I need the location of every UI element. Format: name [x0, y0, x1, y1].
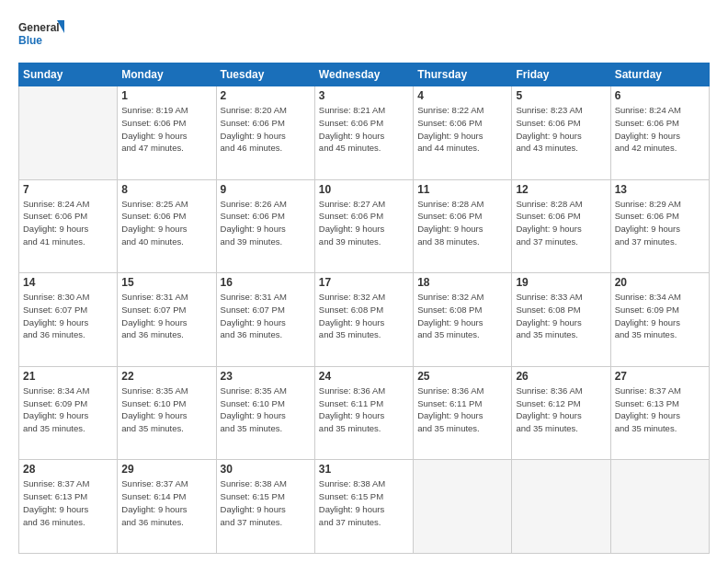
calendar-table: SundayMondayTuesdayWednesdayThursdayFrid… [18, 63, 710, 554]
day-info: Sunrise: 8:28 AMSunset: 6:06 PMDaylight:… [516, 198, 606, 248]
day-number: 16 [221, 276, 311, 289]
calendar-header-row: SundayMondayTuesdayWednesdayThursdayFrid… [19, 63, 710, 86]
header-tuesday: Tuesday [216, 63, 314, 86]
day-info: Sunrise: 8:26 AMSunset: 6:06 PMDaylight:… [221, 198, 311, 248]
calendar-cell: 16Sunrise: 8:31 AMSunset: 6:07 PMDayligh… [216, 273, 314, 367]
calendar-cell: 17Sunrise: 8:32 AMSunset: 6:08 PMDayligh… [314, 273, 413, 367]
day-number: 25 [417, 370, 507, 383]
day-info: Sunrise: 8:24 AMSunset: 6:06 PMDaylight:… [23, 198, 113, 248]
day-info: Sunrise: 8:38 AMSunset: 6:15 PMDaylight:… [319, 477, 409, 528]
day-info: Sunrise: 8:29 AMSunset: 6:06 PMDaylight:… [615, 198, 705, 248]
day-info: Sunrise: 8:28 AMSunset: 6:06 PMDaylight:… [417, 198, 507, 248]
week-row-2: 7Sunrise: 8:24 AMSunset: 6:06 PMDaylight… [19, 179, 710, 273]
calendar-cell: 10Sunrise: 8:27 AMSunset: 6:06 PMDayligh… [314, 179, 413, 273]
calendar-cell: 15Sunrise: 8:31 AMSunset: 6:07 PMDayligh… [118, 273, 216, 367]
calendar-cell: 24Sunrise: 8:36 AMSunset: 6:11 PMDayligh… [314, 366, 413, 460]
calendar-cell: 30Sunrise: 8:38 AMSunset: 6:15 PMDayligh… [216, 460, 314, 554]
day-number: 12 [516, 183, 606, 196]
day-info: Sunrise: 8:38 AMSunset: 6:15 PMDaylight:… [221, 477, 311, 528]
day-info: Sunrise: 8:31 AMSunset: 6:07 PMDaylight:… [221, 291, 311, 341]
week-row-4: 21Sunrise: 8:34 AMSunset: 6:09 PMDayligh… [19, 366, 710, 460]
calendar-cell: 14Sunrise: 8:30 AMSunset: 6:07 PMDayligh… [19, 273, 118, 367]
day-info: Sunrise: 8:37 AMSunset: 6:13 PMDaylight:… [23, 477, 113, 528]
day-number: 17 [319, 276, 409, 289]
day-info: Sunrise: 8:25 AMSunset: 6:06 PMDaylight:… [121, 198, 211, 248]
calendar-cell: 13Sunrise: 8:29 AMSunset: 6:06 PMDayligh… [610, 179, 709, 273]
day-number: 19 [516, 276, 606, 289]
calendar-cell [414, 460, 512, 554]
day-number: 23 [221, 370, 311, 383]
day-info: Sunrise: 8:22 AMSunset: 6:06 PMDaylight:… [417, 104, 507, 155]
header-saturday: Saturday [610, 63, 709, 86]
calendar-cell: 5Sunrise: 8:23 AMSunset: 6:06 PMDaylight… [512, 86, 610, 180]
day-number: 21 [23, 370, 113, 383]
day-info: Sunrise: 8:23 AMSunset: 6:06 PMDaylight:… [516, 104, 606, 155]
day-number: 24 [319, 370, 409, 383]
day-number: 28 [23, 463, 113, 476]
svg-text:Blue: Blue [18, 34, 42, 47]
day-info: Sunrise: 8:35 AMSunset: 6:10 PMDaylight:… [121, 385, 211, 435]
day-number: 15 [121, 276, 211, 289]
logo: General Blue [18, 17, 64, 55]
day-info: Sunrise: 8:36 AMSunset: 6:12 PMDaylight:… [516, 385, 606, 435]
calendar-cell: 11Sunrise: 8:28 AMSunset: 6:06 PMDayligh… [414, 179, 512, 273]
calendar-cell: 27Sunrise: 8:37 AMSunset: 6:13 PMDayligh… [610, 366, 709, 460]
day-info: Sunrise: 8:20 AMSunset: 6:06 PMDaylight:… [221, 104, 311, 155]
day-info: Sunrise: 8:32 AMSunset: 6:08 PMDaylight:… [319, 291, 409, 341]
header-monday: Monday [118, 63, 216, 86]
day-number: 3 [319, 89, 409, 102]
day-info: Sunrise: 8:37 AMSunset: 6:14 PMDaylight:… [121, 477, 211, 528]
day-number: 18 [417, 276, 507, 289]
day-number: 29 [121, 463, 211, 476]
calendar-cell: 8Sunrise: 8:25 AMSunset: 6:06 PMDaylight… [118, 179, 216, 273]
day-number: 8 [121, 183, 211, 196]
page: General Blue SundayMondayTuesdayWednesda… [0, 0, 728, 563]
day-info: Sunrise: 8:24 AMSunset: 6:06 PMDaylight:… [615, 104, 705, 155]
day-info: Sunrise: 8:30 AMSunset: 6:07 PMDaylight:… [23, 291, 113, 341]
day-number: 5 [516, 89, 606, 102]
week-row-3: 14Sunrise: 8:30 AMSunset: 6:07 PMDayligh… [19, 273, 710, 367]
day-info: Sunrise: 8:34 AMSunset: 6:09 PMDaylight:… [615, 291, 705, 341]
calendar-cell: 26Sunrise: 8:36 AMSunset: 6:12 PMDayligh… [512, 366, 610, 460]
day-info: Sunrise: 8:34 AMSunset: 6:09 PMDaylight:… [23, 385, 113, 435]
day-number: 1 [121, 89, 211, 102]
header: General Blue [18, 17, 710, 55]
calendar-cell: 7Sunrise: 8:24 AMSunset: 6:06 PMDaylight… [19, 179, 118, 273]
header-friday: Friday [512, 63, 610, 86]
day-info: Sunrise: 8:19 AMSunset: 6:06 PMDaylight:… [121, 104, 211, 155]
day-number: 27 [615, 370, 705, 383]
day-number: 4 [417, 89, 507, 102]
day-info: Sunrise: 8:33 AMSunset: 6:08 PMDaylight:… [516, 291, 606, 341]
day-number: 9 [221, 183, 311, 196]
calendar-cell: 25Sunrise: 8:36 AMSunset: 6:11 PMDayligh… [414, 366, 512, 460]
day-number: 20 [615, 276, 705, 289]
calendar-cell: 21Sunrise: 8:34 AMSunset: 6:09 PMDayligh… [19, 366, 118, 460]
day-info: Sunrise: 8:32 AMSunset: 6:08 PMDaylight:… [417, 291, 507, 341]
calendar-cell: 1Sunrise: 8:19 AMSunset: 6:06 PMDaylight… [118, 86, 216, 180]
week-row-5: 28Sunrise: 8:37 AMSunset: 6:13 PMDayligh… [19, 460, 710, 554]
calendar-cell: 9Sunrise: 8:26 AMSunset: 6:06 PMDaylight… [216, 179, 314, 273]
header-thursday: Thursday [414, 63, 512, 86]
day-number: 31 [319, 463, 409, 476]
day-number: 2 [221, 89, 311, 102]
calendar-cell: 4Sunrise: 8:22 AMSunset: 6:06 PMDaylight… [414, 86, 512, 180]
day-number: 26 [516, 370, 606, 383]
day-number: 30 [221, 463, 311, 476]
calendar-cell: 19Sunrise: 8:33 AMSunset: 6:08 PMDayligh… [512, 273, 610, 367]
calendar-cell [610, 460, 709, 554]
calendar-cell: 12Sunrise: 8:28 AMSunset: 6:06 PMDayligh… [512, 179, 610, 273]
header-sunday: Sunday [19, 63, 118, 86]
day-info: Sunrise: 8:35 AMSunset: 6:10 PMDaylight:… [221, 385, 311, 435]
day-info: Sunrise: 8:36 AMSunset: 6:11 PMDaylight:… [319, 385, 409, 435]
day-number: 7 [23, 183, 113, 196]
day-info: Sunrise: 8:37 AMSunset: 6:13 PMDaylight:… [615, 385, 705, 435]
calendar-cell: 3Sunrise: 8:21 AMSunset: 6:06 PMDaylight… [314, 86, 413, 180]
day-info: Sunrise: 8:31 AMSunset: 6:07 PMDaylight:… [121, 291, 211, 341]
calendar-cell: 22Sunrise: 8:35 AMSunset: 6:10 PMDayligh… [118, 366, 216, 460]
calendar-cell: 6Sunrise: 8:24 AMSunset: 6:06 PMDaylight… [610, 86, 709, 180]
day-info: Sunrise: 8:27 AMSunset: 6:06 PMDaylight:… [319, 198, 409, 248]
calendar-cell: 20Sunrise: 8:34 AMSunset: 6:09 PMDayligh… [610, 273, 709, 367]
day-number: 22 [121, 370, 211, 383]
day-number: 6 [615, 89, 705, 102]
calendar-cell: 28Sunrise: 8:37 AMSunset: 6:13 PMDayligh… [19, 460, 118, 554]
